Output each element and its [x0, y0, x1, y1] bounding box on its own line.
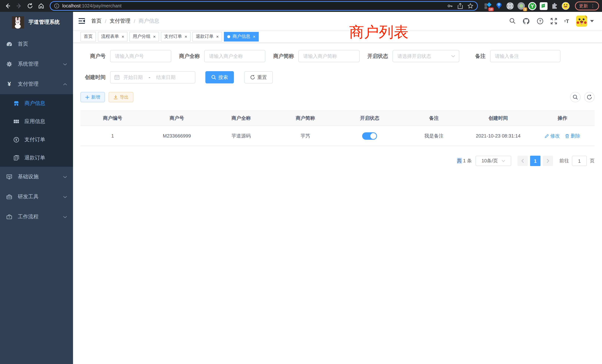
short-name-input[interactable] — [298, 50, 360, 62]
browser-back-button[interactable] — [3, 1, 13, 11]
sidebar-item-pay-order[interactable]: 支付订单 — [0, 130, 73, 149]
sidebar-item-workflow[interactable]: 工作流程 — [0, 207, 73, 227]
browser-forward-button[interactable] — [14, 1, 24, 11]
browser-reload-button[interactable] — [25, 1, 35, 11]
sidebar-collapse-icon[interactable] — [79, 18, 85, 24]
sidebar-item-home[interactable]: 首页 — [0, 34, 73, 54]
extension-recorder-icon[interactable]: 1 — [517, 2, 525, 10]
search-form-row-1: 商户号 商户全称 商户简称 开启状态 请选择开启状态 — [80, 50, 595, 62]
export-button[interactable]: 导出 — [109, 92, 133, 102]
sidebar-item-system[interactable]: 系统管理 — [0, 54, 73, 74]
goto-page-input[interactable] — [572, 156, 587, 166]
extension-puzzle-icon[interactable] — [550, 2, 559, 10]
reset-button[interactable]: 重置 — [244, 71, 273, 83]
browser-update-button[interactable]: 更新 ⋮ — [575, 1, 599, 10]
col-actions: 操作 — [530, 111, 595, 126]
shop-icon — [13, 100, 19, 106]
breadcrumb: 首页 / 支付管理 / 商户信息 — [91, 18, 159, 24]
github-icon[interactable] — [523, 18, 530, 24]
chevron-down-icon — [590, 20, 594, 22]
page-size-select[interactable]: 10条/页 — [476, 156, 511, 166]
grid-icon — [13, 118, 19, 124]
remark-input[interactable] — [490, 50, 560, 62]
sidebar-item-app-info[interactable]: 应用信息 — [0, 112, 73, 130]
yen-icon: ¥ — [6, 81, 12, 87]
toggle-knob — [370, 133, 376, 139]
chevron-down-icon — [63, 215, 67, 218]
tab-home[interactable]: 首页 — [80, 32, 96, 41]
extension-command-icon[interactable] — [506, 2, 514, 10]
address-bar[interactable]: localhost:1024/pay/merchant — [50, 1, 478, 11]
search-form-row-2: 创建时间 开始日期 - 结束日期 搜索 重置 — [80, 71, 595, 83]
col-remark: 备注 — [402, 111, 466, 126]
sidebar-item-merchant-info[interactable]: 商户信息 — [0, 94, 73, 112]
close-icon[interactable]: × — [122, 34, 124, 39]
refresh-icon — [250, 75, 255, 80]
sidebar-item-dev-tools[interactable]: 研发工具 — [0, 187, 73, 207]
browser-menu-icon[interactable]: ⋮ — [591, 3, 595, 9]
page-info-icon[interactable] — [54, 3, 59, 9]
extension-balloon-icon[interactable] — [495, 2, 503, 10]
close-icon[interactable]: × — [253, 34, 255, 39]
search-button[interactable]: 搜索 — [205, 71, 234, 83]
date-range-picker[interactable]: 开始日期 - 结束日期 — [110, 71, 195, 83]
fullscreen-icon[interactable] — [550, 18, 557, 24]
extension-badge: 10 — [488, 7, 494, 11]
app-logo[interactable]: 芋道管理系统 — [0, 12, 73, 33]
goto-label: 前往 — [559, 158, 569, 164]
edit-link[interactable]: 修改 — [545, 132, 560, 139]
extension-chat-icon[interactable] — [539, 2, 548, 10]
avatar[interactable] — [576, 15, 587, 26]
page-number-1[interactable]: 1 — [530, 156, 540, 166]
calendar-icon — [114, 75, 120, 80]
sidebar-item-payment[interactable]: ¥ 支付管理 — [0, 74, 73, 94]
refresh-table-button[interactable] — [584, 92, 595, 102]
breadcrumb-payment[interactable]: 支付管理 — [110, 18, 130, 24]
tab-pay-order[interactable]: 支付订单× — [161, 32, 191, 41]
tab-refund-order[interactable]: 退款订单× — [192, 32, 222, 41]
password-key-icon[interactable] — [447, 3, 453, 9]
browser-home-button[interactable] — [36, 1, 46, 11]
table-toolbar: 新增 导出 — [80, 92, 595, 102]
add-button[interactable]: 新增 — [80, 92, 105, 102]
status-select[interactable]: 请选择开启状态 — [393, 50, 459, 62]
extension-yudao-icon[interactable] — [528, 2, 536, 10]
merchant-no-input[interactable] — [110, 50, 171, 62]
refresh-icon — [587, 95, 592, 100]
tab-merchant-info[interactable]: 商户信息× — [224, 32, 259, 41]
sidebar-item-refund-order[interactable]: 退款订单 — [0, 149, 73, 167]
end-date-placeholder: 结束日期 — [156, 74, 175, 81]
close-icon[interactable]: × — [153, 34, 156, 39]
tab-process-form[interactable]: 流程表单× — [98, 32, 128, 41]
tab-user-group[interactable]: 用户分组× — [129, 32, 159, 41]
merchant-table: 商户编号 商户号 商户全称 商户简称 开启状态 备注 创建时间 操作 1 M23… — [80, 110, 595, 146]
next-page-button[interactable] — [543, 156, 553, 166]
status-toggle[interactable] — [362, 132, 377, 139]
top-navbar: 首页 / 支付管理 / 商户信息 ? тT 商 — [73, 12, 602, 30]
extension-diamond-icon[interactable]: 10 — [484, 2, 492, 10]
close-icon[interactable]: × — [216, 34, 219, 39]
extension-emoji-icon[interactable] — [562, 2, 570, 10]
prev-page-button[interactable] — [517, 156, 528, 166]
breadcrumb-home[interactable]: 首页 — [91, 18, 102, 24]
navbar-actions: ? тT — [509, 15, 594, 26]
dashboard-icon — [6, 41, 12, 47]
col-short-name: 商户简称 — [273, 111, 337, 126]
full-name-input[interactable] — [204, 50, 265, 62]
header-search-icon[interactable] — [509, 18, 516, 24]
breadcrumb-current: 商户信息 — [139, 18, 159, 24]
delete-link[interactable]: 删除 — [565, 132, 580, 139]
hide-search-button[interactable] — [570, 92, 580, 102]
annotation-merchant-list: 商户列表 — [349, 24, 408, 40]
share-icon[interactable] — [457, 3, 463, 9]
help-icon[interactable]: ? — [537, 18, 543, 24]
search-icon — [573, 95, 578, 100]
cell-create-time: 2021-10-23 08:31:14 — [466, 133, 530, 139]
font-size-icon[interactable]: тT — [564, 18, 569, 24]
user-menu[interactable] — [576, 15, 594, 26]
close-icon[interactable]: × — [185, 34, 187, 39]
bookmark-star-icon[interactable] — [467, 3, 473, 9]
url-text[interactable]: localhost:1024/pay/merchant — [62, 3, 443, 9]
chevron-down-icon — [63, 175, 67, 178]
sidebar-item-infrastructure[interactable]: 基础设施 — [0, 167, 73, 187]
